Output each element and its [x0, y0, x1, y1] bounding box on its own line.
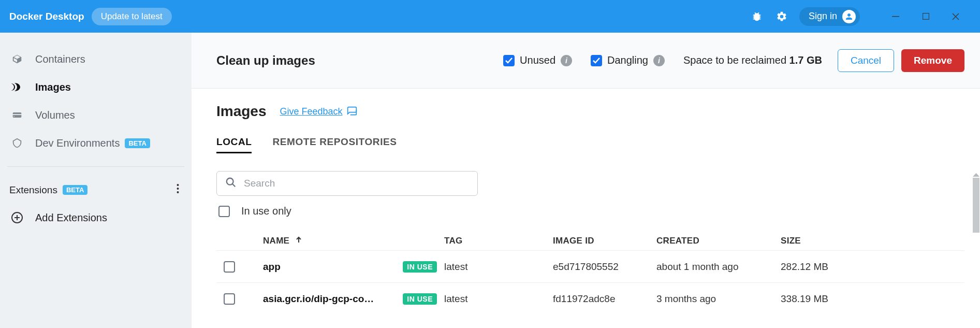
sort-ascending-icon: [295, 236, 302, 246]
remove-button[interactable]: Remove: [901, 49, 964, 72]
image-tag: latest: [444, 261, 553, 273]
signin-label: Sign in: [809, 11, 837, 22]
feedback-icon: [347, 106, 357, 117]
unused-label: Unused: [520, 54, 555, 66]
in-use-only-filter: In use only: [216, 205, 964, 217]
svg-point-6: [227, 178, 233, 185]
info-icon[interactable]: i: [653, 55, 665, 66]
image-size: 338.19 MB: [781, 293, 884, 305]
image-tag: latest: [444, 293, 553, 305]
window-controls: [881, 7, 971, 26]
gear-icon[interactable]: [774, 9, 789, 24]
unused-filter: Unused i: [503, 54, 572, 66]
svg-rect-1: [923, 13, 929, 20]
signin-button[interactable]: Sign in: [799, 7, 860, 26]
scroll-up-arrow[interactable]: [972, 170, 980, 177]
dangling-filter: Dangling i: [591, 54, 665, 66]
image-id: e5d717805552: [553, 261, 656, 273]
svg-rect-0: [892, 16, 899, 17]
sidebar-item-label: Dev Environments: [35, 137, 120, 149]
tab-remote[interactable]: REMOTE REPOSITORIES: [272, 132, 397, 153]
col-size[interactable]: SIZE: [781, 236, 884, 246]
image-created: 3 months ago: [656, 293, 781, 305]
extensions-label: Extensions: [9, 184, 57, 196]
main-content: Clean up images Unused i Dangling i Spac…: [192, 33, 980, 328]
col-created[interactable]: CREATED: [656, 236, 781, 246]
plus-circle-icon: [9, 211, 25, 224]
close-button[interactable]: [941, 7, 971, 26]
dangling-label: Dangling: [607, 54, 648, 66]
sidebar: Containers Images Volumes Dev Environmen…: [0, 33, 192, 328]
maximize-button[interactable]: [911, 7, 941, 26]
cleanup-bar: Clean up images Unused i Dangling i Spac…: [192, 33, 980, 89]
images-table: NAME TAG IMAGE ID CREATED SIZE app: [216, 232, 964, 315]
beta-badge: BETA: [63, 185, 87, 195]
svg-point-2: [177, 184, 179, 186]
search-icon: [225, 177, 237, 190]
images-icon: [9, 80, 25, 94]
image-size: 282.12 MB: [781, 261, 884, 273]
minimize-button[interactable]: [881, 7, 911, 26]
table-row[interactable]: asia.gcr.io/dip-gcp-co… IN USE latest fd…: [216, 282, 964, 315]
scrollbar-thumb[interactable]: [973, 178, 979, 233]
sidebar-item-label: Add Extensions: [35, 212, 107, 224]
search-box[interactable]: [216, 171, 478, 196]
info-icon[interactable]: i: [561, 55, 572, 66]
dangling-checkbox[interactable]: [591, 55, 602, 66]
sidebar-item-label: Containers: [35, 53, 85, 65]
image-name: asia.gcr.io/dip-gcp-co…: [263, 293, 397, 305]
bug-icon[interactable]: [750, 9, 764, 24]
col-name[interactable]: NAME: [263, 236, 444, 246]
tabs: LOCAL REMOTE REPOSITORIES: [216, 132, 964, 153]
in-use-only-label: In use only: [241, 205, 291, 217]
image-name: app: [263, 261, 397, 273]
app-title: Docker Desktop: [9, 11, 84, 22]
cleanup-title: Clean up images: [216, 53, 315, 68]
unused-checkbox[interactable]: [503, 55, 515, 66]
svg-point-4: [177, 191, 179, 193]
row-checkbox[interactable]: [224, 293, 235, 305]
image-created: about 1 month ago: [656, 261, 781, 273]
dev-env-icon: [9, 136, 25, 150]
in-use-badge: IN USE: [403, 261, 437, 273]
extensions-menu-button[interactable]: [173, 180, 182, 199]
sidebar-divider: [7, 166, 184, 167]
table-header: NAME TAG IMAGE ID CREATED SIZE: [216, 232, 964, 250]
sidebar-item-images[interactable]: Images: [0, 73, 192, 101]
row-checkbox[interactable]: [224, 261, 235, 273]
table-row[interactable]: app IN USE latest e5d717805552 about 1 m…: [216, 250, 964, 282]
col-image-id[interactable]: IMAGE ID: [553, 236, 656, 246]
cancel-button[interactable]: Cancel: [838, 49, 894, 72]
sidebar-item-label: Images: [35, 81, 71, 93]
sidebar-item-add-extensions[interactable]: Add Extensions: [0, 204, 192, 232]
sidebar-item-dev-environments[interactable]: Dev Environments BETA: [0, 129, 192, 157]
containers-icon: [9, 52, 25, 66]
tab-local[interactable]: LOCAL: [216, 132, 252, 153]
sidebar-item-label: Volumes: [35, 109, 75, 121]
feedback-link[interactable]: Give Feedback: [280, 106, 357, 117]
col-tag[interactable]: TAG: [444, 236, 553, 246]
avatar-icon: [842, 10, 856, 23]
search-input[interactable]: [244, 178, 469, 189]
in-use-badge: IN USE: [403, 293, 437, 305]
svg-point-3: [177, 188, 179, 190]
volumes-icon: [9, 108, 25, 122]
update-button[interactable]: Update to latest: [92, 8, 172, 25]
sidebar-item-volumes[interactable]: Volumes: [0, 101, 192, 129]
in-use-only-checkbox[interactable]: [218, 206, 230, 217]
image-id: fd11972adc8e: [553, 293, 656, 305]
page-title: Images: [216, 103, 267, 120]
reclaim-text: Space to be reclaimed 1.7 GB: [683, 54, 822, 66]
extensions-header: Extensions BETA: [0, 176, 192, 204]
sidebar-item-containers[interactable]: Containers: [0, 45, 192, 73]
app-header: Docker Desktop Update to latest Sign in: [0, 0, 980, 33]
beta-badge: BETA: [125, 138, 150, 148]
